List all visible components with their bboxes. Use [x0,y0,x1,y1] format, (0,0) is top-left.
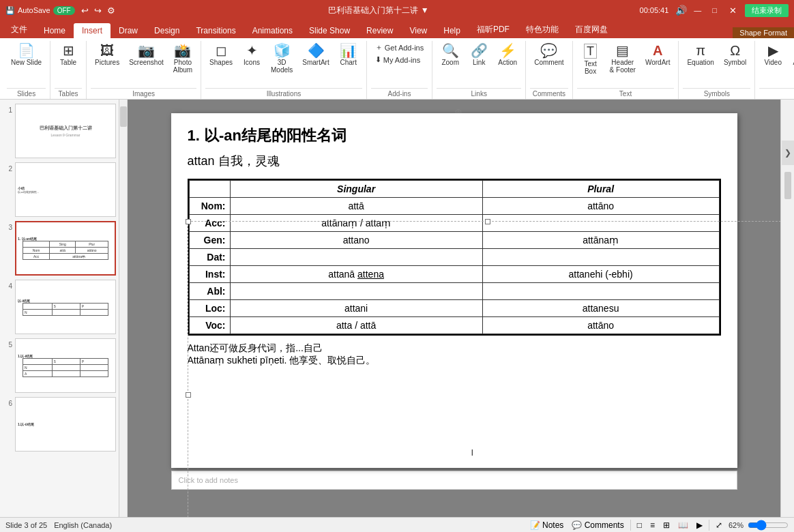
audio-button[interactable]: 🎵 Audio [788,41,794,69]
slide-thumb-3[interactable]: 3 1. 以-an结尾 SingPlur Nomattāattāno Accat… [3,221,116,276]
tab-draw[interactable]: Draw [111,23,146,38]
smartart-label: SmartArt [302,59,329,66]
zoom-slider[interactable] [748,520,789,531]
zoom-button[interactable]: 🔍 Zoom [437,41,464,69]
tab-shape-format[interactable]: Shape Format [733,27,794,38]
table-row-voc: Voc: atta / attā attāno [189,317,719,334]
table-button[interactable]: ⊞ Table [55,41,82,69]
tab-help[interactable]: Help [435,23,469,38]
case-nom: Nom: [189,198,230,215]
slide-thumb-2[interactable]: 2 小结 以-a结尾的阳性... [3,162,116,217]
slide-num-5: 5 [3,341,12,349]
abl-singular [230,283,482,300]
left-scroll-thumb[interactable] [120,106,127,127]
redo-button[interactable]: ↪ [92,5,104,16]
add-notes-area[interactable]: Click to add notes [171,471,737,490]
comment-button[interactable]: 💬 Comment [530,41,568,69]
equation-button[interactable]: π Equation [683,41,718,69]
statusbar-divider [630,520,631,531]
slide-img-6: 1.以-ū结尾 [15,397,116,452]
autosave-icon: 💾 [5,6,15,15]
autosave-label: AutoSave [18,6,50,14]
outline-view-button[interactable]: ≡ [648,520,657,530]
new-slide-button[interactable]: 📄 New Slide [7,41,46,69]
gen-plural: attānaṃ [482,232,719,249]
symbol-button[interactable]: Ω Symbol [720,41,750,69]
slide-img-1: 巴利语基础入门第十二讲 Lesson 9 Grammar [15,104,116,158]
maximize-button[interactable]: □ [708,5,721,16]
tab-view[interactable]: View [401,23,435,38]
link-icon: 🔗 [471,44,488,57]
tab-review[interactable]: Review [358,23,401,38]
symbol-icon: Ω [730,44,740,57]
right-scroll-thumb[interactable] [784,172,791,199]
link-button[interactable]: 🔗 Link [465,41,492,69]
wordart-button[interactable]: A WordArt [641,41,675,69]
tab-slideshow[interactable]: Slide Show [301,23,358,38]
comments-group-label: Comments [530,88,568,99]
shapes-icon: ◻ [216,44,227,57]
screenshot-button[interactable]: 📷 Screenshot [125,41,168,69]
notes-icon: 📝 [530,520,540,530]
ribbon-group-illustrations: ◻ Shapes ✦ Icons 🧊 3DModels 🔷 SmartArt 📊… [201,41,367,99]
my-addins-button[interactable]: ⬇ My Add-ins [371,54,428,65]
right-scroll-area [784,172,791,199]
pictures-button[interactable]: 🖼 Pictures [91,41,123,69]
case-acc: Acc: [189,215,230,232]
dat-singular [230,249,482,266]
illustrations-group-content: ◻ Shapes ✦ Icons 🧊 3DModels 🔷 SmartArt 📊… [205,41,362,88]
textbox-button[interactable]: T TextBox [577,41,604,78]
slide-thumb-1[interactable]: 1 巴利语基础入门第十二讲 Lesson 9 Grammar [3,104,116,158]
undo-button[interactable]: ↩ [79,5,91,16]
nom-singular: attā [230,198,482,215]
chart-button[interactable]: 📊 Chart [335,41,362,69]
video-button[interactable]: ▶ Video [759,41,786,69]
tab-design[interactable]: Design [146,23,188,38]
tab-foxitpdf[interactable]: 福昕PDF [469,21,518,38]
autosave-toggle[interactable]: OFF [53,6,75,15]
timer: 00:05:41 [640,6,669,14]
icons-button[interactable]: ✦ Icons [238,41,265,69]
tab-insert[interactable]: Insert [74,23,111,38]
photo-album-button[interactable]: 📸 PhotoAlbum [169,41,196,76]
collapse-panel-button[interactable]: ❯ [782,141,794,165]
footer-line1: Attan还可做反身代词，指...自己 [188,342,721,355]
equation-icon: π [696,44,705,57]
slides-group-content: 📄 New Slide [7,41,46,88]
header-footer-label: Header& Footer [610,59,636,74]
screenshot-icon: 📷 [138,44,155,57]
action-button[interactable]: ⚡ Action [494,41,521,69]
doc-title-dropdown[interactable]: ▼ [421,5,429,15]
smartart-button[interactable]: 🔷 SmartArt [298,41,333,69]
left-scrollbar[interactable] [119,100,128,517]
customize-button[interactable]: ⚙ [105,5,117,16]
tab-special[interactable]: 特色功能 [518,21,567,38]
get-addins-button[interactable]: ＋ Get Add-ins [371,41,428,54]
slide-sorter-button[interactable]: ⊞ [661,520,672,530]
tables-group-content: ⊞ Table [55,41,82,88]
tab-baidu[interactable]: 百度网盘 [567,21,616,38]
slide-thumb-6[interactable]: 6 1.以-ū结尾 [3,397,116,452]
handle-ml[interactable] [186,392,191,398]
slideshow-button[interactable]: ▶ [694,520,705,530]
tab-home[interactable]: Home [35,23,74,38]
end-record-button[interactable]: 结束录制 [745,4,789,17]
status-comments-button[interactable]: 💬 Comments [570,520,626,530]
minimize-button[interactable]: — [690,5,705,16]
tab-transitions[interactable]: Transitions [188,23,244,38]
reading-view-button[interactable]: 📖 [676,520,690,530]
tab-animations[interactable]: Animations [244,23,301,38]
voc-plural: attāno [482,317,719,334]
normal-view-button[interactable]: □ [635,520,644,530]
fit-slide-button[interactable]: ⤢ [714,520,724,530]
notes-button[interactable]: 📝 Notes [528,520,566,530]
shapes-button[interactable]: ◻ Shapes [205,41,237,69]
close-button[interactable]: ✕ [724,4,742,17]
tab-file[interactable]: 文件 [3,21,35,38]
col-plural: Plural [482,181,719,198]
volume-button[interactable]: 🔊 [675,5,687,16]
header-footer-button[interactable]: ▤ Header& Footer [606,41,640,76]
slide-thumb-5[interactable]: 5 1.以-i结尾 SP N A [3,338,116,393]
3d-models-button[interactable]: 🧊 3DModels [267,41,297,76]
slide-thumb-4[interactable]: 4 以-i结尾 SP N [3,280,116,334]
